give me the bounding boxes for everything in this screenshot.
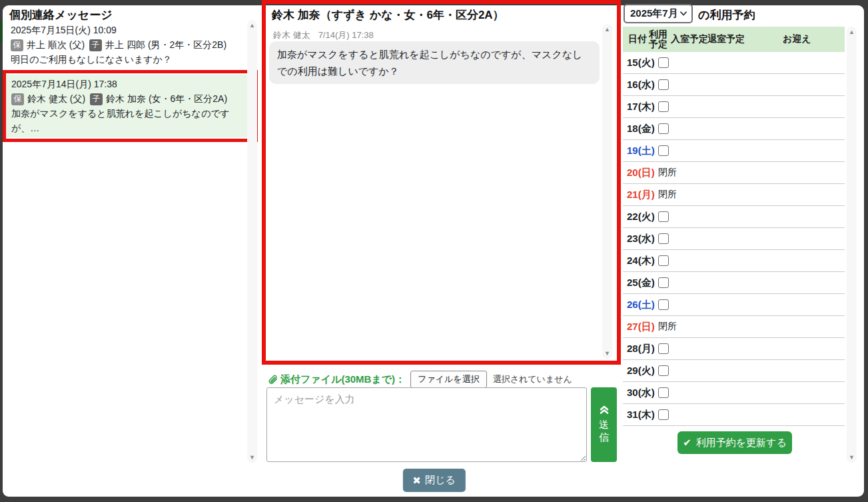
send-button[interactable]: 送信	[591, 387, 617, 462]
conversation-scrollbar[interactable]: ▲ ▼	[602, 24, 612, 359]
message-list-item[interactable]: 2025年7月14日(月) 17:38保鈴木 健太 (父)子鈴木 加奈 (女・6…	[6, 75, 254, 137]
scroll-down-icon[interactable]: ▼	[249, 454, 255, 461]
usage-checkbox[interactable]	[658, 211, 669, 222]
reservation-row: 17(木)	[623, 96, 845, 118]
day-label: 30(水)	[627, 387, 657, 399]
reservation-row: 22(火)	[623, 206, 845, 228]
closed-label: 閉所	[658, 321, 677, 333]
message-item-date: 2025年7月15日(火) 10:09	[11, 23, 252, 37]
reservation-row: 25(金)	[623, 272, 845, 294]
reservation-row: 29(火)	[623, 360, 845, 382]
message-list-scrollbar[interactable]: ▲ ▼	[247, 20, 257, 463]
day-label: 18(金)	[627, 123, 657, 135]
day-label: 22(火)	[627, 211, 657, 223]
reservation-row: 16(水)	[623, 74, 845, 96]
scroll-down-icon[interactable]: ▼	[604, 350, 610, 357]
paperclip-icon	[268, 374, 278, 385]
usage-checkbox[interactable]	[658, 57, 669, 68]
file-select-button[interactable]: ファイルを選択	[410, 371, 487, 388]
reservation-row: 27(日)閉所	[623, 316, 845, 338]
guardian-badge: 保	[11, 39, 23, 51]
usage-checkbox[interactable]	[658, 123, 669, 134]
month-select[interactable]: 2025年7月	[624, 4, 693, 23]
closed-label: 閉所	[658, 189, 677, 201]
month-select-value: 2025年7月	[630, 7, 678, 20]
message-item-people: 保鈴木 健太 (父)子鈴木 加奈 (女・6年・区分2A)	[11, 91, 249, 106]
reservation-row: 19(土)	[623, 140, 845, 162]
reservation-row: 21(月)閉所	[623, 184, 845, 206]
column-header-pickup: お迎え	[783, 33, 811, 45]
usage-checkbox[interactable]	[658, 343, 669, 354]
guardian-badge: 保	[11, 93, 24, 105]
annotation-highlight-list-item: 2025年7月14日(月) 17:38保鈴木 健太 (父)子鈴木 加奈 (女・6…	[3, 70, 258, 142]
message-item-date: 2025年7月14日(月) 17:38	[11, 77, 249, 91]
message-time: 7/14(月) 17:38	[318, 30, 374, 40]
usage-checkbox[interactable]	[658, 299, 669, 310]
message-meta: 鈴木 健太7/14(月) 17:38	[273, 29, 374, 41]
message-bubble: 加奈がマスクをすると肌荒れを起こしがちなのですが、マスクなしでの利用は難しいです…	[269, 41, 600, 84]
message-input[interactable]	[266, 387, 587, 462]
usage-checkbox[interactable]	[658, 255, 669, 266]
day-label: 23(水)	[627, 233, 657, 245]
close-button[interactable]: ✖ 閉じる	[402, 469, 465, 492]
reservation-row: 24(木)	[623, 250, 845, 272]
day-label: 16(水)	[627, 79, 657, 91]
scroll-up-icon[interactable]: ▲	[849, 29, 855, 35]
closed-label: 閉所	[658, 167, 677, 179]
reservation-row: 31(木)	[623, 404, 845, 426]
usage-checkbox[interactable]	[658, 387, 669, 398]
attachment-label: 添付ファイル(30MBまで)：	[280, 373, 405, 386]
usage-checkbox[interactable]	[658, 79, 669, 90]
reservation-scrollbar[interactable]: ▲ ▼	[847, 27, 857, 463]
column-header-date: 日付	[628, 33, 647, 45]
file-status-text: 選択されていません	[493, 373, 572, 385]
scroll-down-icon[interactable]: ▼	[849, 454, 855, 461]
column-header-checkin: 入室予定	[671, 33, 708, 45]
column-header-usage: 利用予定	[648, 29, 668, 49]
day-label: 26(土)	[627, 299, 657, 311]
day-label: 20(日)	[627, 167, 657, 179]
person-name: 井上 順次 (父)	[27, 39, 85, 50]
close-label: 閉じる	[425, 474, 456, 487]
reservation-heading: の利用予約	[698, 7, 755, 23]
update-reservation-label: 利用予約を更新する	[696, 437, 787, 449]
reservation-row: 15(火)	[623, 52, 845, 74]
usage-checkbox[interactable]	[658, 365, 669, 376]
reservation-row: 23(水)	[623, 228, 845, 250]
person-name: 鈴木 加奈 (女・6年・区分2A)	[106, 93, 227, 104]
usage-checkbox[interactable]	[658, 145, 669, 156]
day-label: 15(火)	[627, 57, 657, 69]
day-label: 24(木)	[627, 255, 657, 267]
update-reservation-button[interactable]: ✔ 利用予約を更新する	[677, 431, 792, 454]
usage-checkbox[interactable]	[658, 277, 669, 288]
chevron-down-icon	[680, 11, 687, 16]
usage-checkbox[interactable]	[658, 409, 669, 420]
column-header-checkout: 退室予定	[707, 33, 745, 45]
day-label: 17(木)	[627, 101, 657, 113]
day-label: 21(月)	[627, 189, 657, 201]
message-item-preview: 明日のご利用もなしになさいますか？	[11, 52, 252, 67]
usage-checkbox[interactable]	[658, 101, 669, 112]
day-label: 28(月)	[627, 343, 657, 355]
scroll-up-icon[interactable]: ▲	[604, 26, 610, 33]
person-name: 鈴木 健太 (父)	[27, 93, 85, 104]
double-chevron-up-icon	[600, 405, 609, 414]
reservation-row: 18(金)	[623, 118, 845, 140]
message-item-people: 保井上 順次 (父)子井上 四郎 (男・2年・区分2B)	[11, 37, 252, 52]
message-list: 2025年7月15日(火) 10:09保井上 順次 (父)子井上 四郎 (男・2…	[5, 19, 257, 142]
usage-checkbox[interactable]	[658, 233, 669, 244]
reservation-row: 30(水)	[623, 382, 845, 404]
message-item-preview: 加奈がマスクをすると肌荒れを起こしがちなのですが、…	[11, 106, 249, 135]
day-label: 19(土)	[627, 145, 657, 157]
sender-name: 鈴木 健太	[273, 30, 310, 40]
reservation-table-header: 日付 利用予定 入室予定 退室予定 お迎え	[623, 27, 845, 52]
scroll-up-icon[interactable]: ▲	[249, 22, 255, 29]
message-list-item[interactable]: 2025年7月15日(火) 10:09保井上 順次 (父)子井上 四郎 (男・2…	[5, 21, 257, 69]
day-label: 25(金)	[627, 277, 657, 289]
close-icon: ✖	[412, 475, 421, 487]
reservation-row: 26(土)	[623, 294, 845, 316]
day-label: 27(日)	[627, 321, 657, 333]
attachment-row: 添付ファイル(30MBまで)： ファイルを選択 選択されていません	[268, 371, 572, 388]
reservation-row: 20(日)閉所	[623, 162, 845, 184]
day-label: 29(火)	[627, 365, 657, 377]
